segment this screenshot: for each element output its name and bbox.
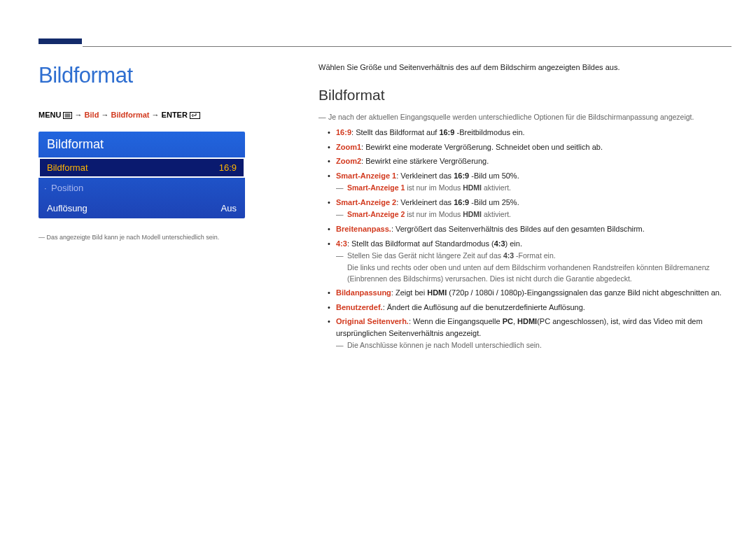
note-4-3-line2: Die links und rechts oder oben und unten… <box>336 262 729 285</box>
opt-zoom1: Zoom1: Bewirkt eine moderate Vergrößerun… <box>336 141 729 153</box>
nav-menu-label: MENU <box>38 111 61 119</box>
image-disclaimer: Das angezeigte Bild kann je nach Modell … <box>38 234 287 241</box>
nav-enter-label: ENTER <box>162 111 188 119</box>
nav-seg-bildformat: Bildformat <box>111 111 149 119</box>
panel-row-position[interactable]: Position <box>38 178 245 198</box>
opt-bildanpassung: Bildanpassung: Zeigt bei HDMI (720p / 10… <box>336 287 729 299</box>
nav-seg-bild: Bild <box>85 111 99 119</box>
menu-icon <box>63 112 72 119</box>
arrow-icon: → <box>101 111 111 119</box>
section-title: Bildformat <box>318 87 729 104</box>
note-4-3: Stellen Sie das Gerät nicht längere Zeit… <box>336 251 729 262</box>
panel-row-label: Position <box>47 183 83 193</box>
opt-16-9: 16:9: Stellt das Bildformat auf 16:9 -Br… <box>336 127 729 139</box>
opt-benutzerdef: Benutzerdef.: Ändert die Auflösung auf d… <box>336 302 729 314</box>
panel-row-label: Bildformat <box>47 162 88 173</box>
opt-zoom2: Zoom2: Bewirkt eine stärkere Vergrößerun… <box>336 155 729 167</box>
enter-icon <box>190 112 200 119</box>
opt-4-3: 4:3: Stellt das Bildformat auf Standardm… <box>336 238 729 285</box>
opt-breitenanpass: Breitenanpass.: Vergrößert das Seitenver… <box>336 223 729 235</box>
panel-title: Bildformat <box>38 132 245 157</box>
opt-smart1: Smart-Anzeige 1: Verkleinert das 16:9 -B… <box>336 170 729 194</box>
header-divider <box>83 46 732 47</box>
note-smart1: Smart-Anzeige 1 ist nur im Modus HDMI ak… <box>336 183 729 194</box>
panel-row-label: Auflösung <box>47 203 88 213</box>
note-smart2: Smart-Anzeige 2 ist nur im Modus HDMI ak… <box>336 209 729 220</box>
panel-row-aufloesung[interactable]: Auflösung Aus <box>38 198 245 218</box>
arrow-icon: → <box>152 111 162 119</box>
page-title: Bildformat <box>38 63 287 88</box>
intro-text: Wählen Sie Größe und Seitenverhältnis de… <box>318 63 729 71</box>
right-column: Wählen Sie Größe und Seitenverhältnis de… <box>318 63 729 354</box>
opt-smart2: Smart-Anzeige 2: Verkleinert das 16:9 -B… <box>336 197 729 220</box>
panel-row-value: Aus <box>221 203 237 213</box>
nav-path: MENU → Bild → Bildformat → ENTER <box>38 111 287 119</box>
panel-row-value: 16:9 <box>219 162 237 173</box>
note-connectors: Die Anschlüsse können je nach Modell unt… <box>336 340 729 351</box>
top-note: Je nach der aktuellen Eingangsquelle wer… <box>328 112 729 122</box>
osd-panel: Bildformat Bildformat 16:9 Position Aufl… <box>38 132 245 218</box>
left-column: Bildformat MENU → Bild → Bildformat → EN… <box>38 63 287 241</box>
panel-row-bildformat[interactable]: Bildformat 16:9 <box>38 157 245 178</box>
header-accent-bar <box>38 38 82 44</box>
option-list: 16:9: Stellt das Bildformat auf 16:9 -Br… <box>336 127 729 351</box>
opt-original-seitenverh: Original Seitenverh.: Wenn die Eingangsq… <box>336 316 729 351</box>
arrow-icon: → <box>75 111 85 119</box>
